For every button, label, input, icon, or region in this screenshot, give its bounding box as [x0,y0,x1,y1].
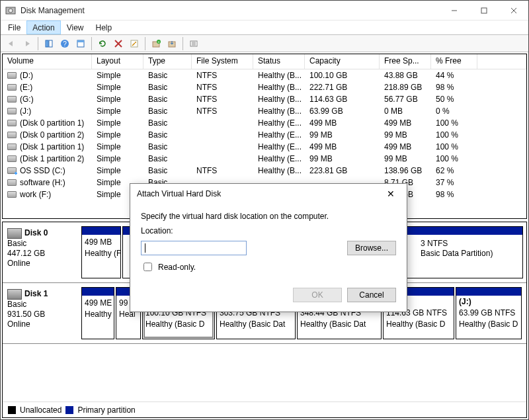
cancel-button[interactable]: Cancel [347,288,396,302]
volume-cell: Simple [92,83,143,92]
drive-icon [7,144,17,150]
console-props-button[interactable] [73,36,89,51]
volume-cell: 499 MB [380,118,431,128]
close-button[interactable] [499,1,528,20]
legend-unallocated-swatch [8,406,16,414]
location-input[interactable] [141,241,247,255]
volume-row[interactable]: (Disk 1 partition 1)SimpleBasicHealthy (… [3,141,526,153]
forward-button[interactable] [19,36,35,51]
readonly-checkbox[interactable] [143,263,152,271]
volume-name-cell: work (F:) [3,190,92,199]
volume-cell: 100 % [431,142,477,151]
volume-cell: 138.96 GB [380,166,431,175]
volume-cell: 100 % [431,154,477,163]
svg-rect-6 [46,40,48,47]
volume-row[interactable]: (J:)SimpleBasicNTFSHealthy (B...63.99 GB… [3,105,526,117]
volume-list-body: (D:)SimpleBasicNTFSHealthy (B...100.10 G… [3,69,526,200]
volume-cell: Healthy (B... [253,106,305,116]
dialog-title: Attach Virtual Hard Disk [137,189,382,198]
volume-name-cell: (Disk 1 partition 2) [3,154,92,163]
column-header[interactable]: Type [143,54,192,69]
volume-cell: Basic [143,118,192,128]
help-button[interactable]: ? [57,36,73,51]
svg-text:+: + [157,40,160,44]
attach-vhd-dialog: Attach Virtual Hard Disk ✕ Specify the v… [130,183,407,312]
column-header[interactable]: Capacity [305,54,380,69]
column-header[interactable]: Layout [92,54,143,69]
partition[interactable]: 499 MEHealthy [81,287,114,339]
menu-action[interactable]: Action [26,21,60,34]
volume-row[interactable]: OS SSD (C:)SimpleBasicNTFSHealthy (B...2… [3,165,526,177]
partition[interactable]: (J:)63.99 GB NTFSHealthy (Basic D [456,287,522,339]
volume-cell: 114.63 GB [305,95,380,104]
text-caret [145,243,145,253]
column-header[interactable]: Volume [3,54,92,69]
disk-info[interactable]: Disk 0Basic447.12 GBOnline [6,226,80,278]
volume-name-cell: (Disk 1 partition 1) [3,142,92,151]
volume-name-cell: (J:) [3,106,92,116]
maximize-button[interactable] [469,1,499,20]
column-header[interactable]: % Free [431,54,477,69]
attach-vhd-button[interactable] [164,36,180,51]
refresh-button[interactable] [95,36,110,51]
volume-cell: Healthy (E... [253,154,305,163]
volume-row[interactable]: (Disk 0 partition 2)SimpleBasicHealthy (… [3,129,526,141]
show-hide-tree-button[interactable] [41,36,57,51]
delete-button[interactable] [110,36,126,51]
volume-cell: Healthy (B... [253,95,305,104]
toolbar: ? + [1,34,528,52]
volume-cell: 98 % [431,83,477,92]
volume-row[interactable]: (G:)SimpleBasicNTFSHealthy (B...114.63 G… [3,93,526,105]
volume-row[interactable]: (Disk 1 partition 2)SimpleBasicHealthy (… [3,153,526,165]
windows-drive-icon [7,167,17,174]
volume-name-cell: (Disk 0 partition 1) [3,118,92,128]
volume-cell: 99 MB [380,154,431,163]
volume-row[interactable]: (Disk 0 partition 1)SimpleBasicHealthy (… [3,117,526,129]
menu-view[interactable]: View [61,21,90,34]
drive-icon [7,96,17,103]
drive-icon [7,84,17,91]
volume-cell: 100 % [431,118,477,128]
back-button[interactable] [3,36,19,51]
column-header[interactable]: Status [253,54,305,69]
volume-cell: 43.88 GB [380,71,431,80]
volume-cell: Basic [143,154,192,163]
volume-name-cell: (D:) [3,71,92,80]
volume-list-header[interactable]: VolumeLayoutTypeFile SystemStatusCapacit… [3,54,526,69]
column-header[interactable]: Free Sp... [380,54,431,69]
app-icon [5,5,16,16]
volume-cell: 499 MB [380,142,431,151]
volume-cell: Simple [92,95,143,104]
readonly-checkbox-row[interactable]: Read-only. [141,261,396,273]
drive-icon [7,191,17,198]
titlebar: Disk Management [1,1,528,21]
volume-row[interactable]: (E:)SimpleBasicNTFSHealthy (B...222.71 G… [3,81,526,93]
svg-point-1 [9,9,13,13]
volume-cell: NTFS [192,83,253,92]
readonly-label: Read-only. [158,263,196,272]
volume-cell: NTFS [192,95,253,104]
dialog-close-button[interactable]: ✕ [382,185,400,202]
volume-cell: 99 MB [380,130,431,140]
new-volume-button[interactable]: + [148,36,164,51]
menu-file[interactable]: File [2,21,26,34]
svg-point-15 [135,42,136,43]
volume-cell: 218.89 GB [380,83,431,92]
volume-cell: Simple [92,154,143,163]
volume-row[interactable]: (D:)SimpleBasicNTFSHealthy (B...100.10 G… [3,69,526,81]
minimize-button[interactable] [439,1,469,20]
volume-cell: Healthy (E... [253,118,305,128]
volume-cell: 62 % [431,166,477,175]
settings-button[interactable] [186,36,202,51]
properties-button[interactable] [126,36,142,51]
ok-button[interactable]: OK [293,288,342,302]
partition[interactable]: 499 MBHealthy (F [81,226,121,278]
column-header[interactable]: File System [192,54,253,69]
browse-button[interactable]: Browse... [347,241,396,255]
partition-peek-labels: 3 NTFSBasic Data Partition) [421,239,520,259]
volume-cell: 0 MB [380,106,431,116]
menu-help[interactable]: Help [90,21,118,34]
volume-cell: Basic [143,83,192,92]
disk-info[interactable]: Disk 1Basic931.50 GBOnline [6,287,80,339]
legend: Unallocated Primary partition [3,401,526,417]
